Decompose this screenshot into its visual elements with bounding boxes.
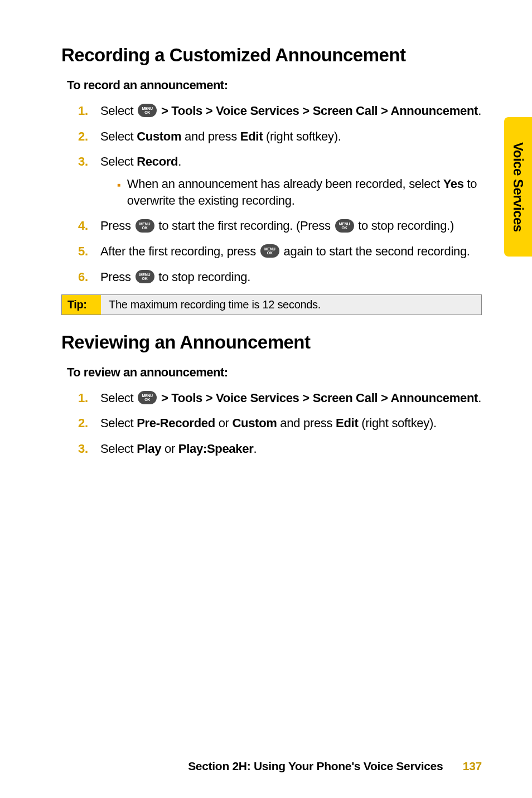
menu-path: > Tools > Voice Services > Screen Call >… [158,391,478,405]
step-body: Select Record. When an announcement has … [100,153,482,209]
menu-ok-icon: MENUOK [260,244,279,258]
kw: Edit [336,416,358,430]
text: . [478,391,481,405]
step-number: 3. [78,153,100,209]
text: . [253,442,257,456]
text: (right softkey). [263,129,341,143]
step-2-2: 2. Select Pre-Recorded or Custom and pre… [78,415,482,432]
text: Select [100,391,137,405]
tip-box: Tip: The maximum recording time is 12 se… [61,294,482,315]
step-number: 2. [78,415,100,432]
page-number: 137 [463,760,482,772]
steps-list-1: 1. Select MENUOK > Tools > Voice Service… [78,103,482,286]
step-body: Press MENUOK to stop recording. [100,269,482,286]
text: Select [100,129,137,143]
step-body: Select Pre-Recorded or Custom and press … [100,415,482,432]
kw: Pre-Recorded [137,416,215,430]
step-number: 1. [78,103,100,119]
kw: Edit [240,129,263,143]
page-content: Recording a Customized Announcement To r… [0,0,532,798]
step-body: Press MENUOK to start the first recordin… [100,217,482,234]
step-body: Select MENUOK > Tools > Voice Services >… [100,390,482,407]
text: to stop recording. [156,270,250,284]
text: When an announcement has already been re… [127,177,443,191]
step-body: After the first recording, press MENUOK … [100,243,482,260]
menu-icon-label: MENUOK [142,107,152,114]
text: . [478,104,481,118]
text: to start the first recording. (Press [156,219,334,233]
step-number: 3. [78,441,100,457]
text: Select [100,154,137,168]
menu-path: > Tools > Voice Services > Screen Call >… [158,104,478,118]
bullet-body: When an announcement has already been re… [127,176,482,209]
text: After the first recording, press [100,244,259,258]
tip-label: Tip: [62,295,101,315]
step-2-3: 3. Select Play or Play:Speaker. [78,441,482,457]
menu-ok-icon: MENUOK [136,219,154,233]
menu-icon-label: MENUOK [139,273,150,280]
text: Select [100,104,137,118]
menu-ok-icon: MENUOK [138,391,157,404]
text: or [215,416,233,430]
step-1-6: 6. Press MENUOK to stop recording. [78,269,482,286]
text: Press [100,270,134,284]
text: (right softkey). [358,416,436,430]
menu-icon-label: MENUOK [139,222,150,230]
step-2-1: 1. Select MENUOK > Tools > Voice Service… [78,390,482,407]
kw: Custom [232,416,277,430]
heading-reviewing: Reviewing an Announcement [61,332,482,353]
step-1-1: 1. Select MENUOK > Tools > Voice Service… [78,103,482,119]
page-footer: Section 2H: Using Your Phone's Voice Ser… [188,760,482,773]
step-number: 5. [78,243,100,260]
steps-list-2: 1. Select MENUOK > Tools > Voice Service… [78,390,482,457]
sub-bullet-list: When an announcement has already been re… [117,176,482,209]
text: Press [100,219,134,233]
subheading-review: To review an announcement: [67,365,482,380]
text: Select [100,442,137,456]
text: and press [277,416,336,430]
sub-bullet: When an announcement has already been re… [117,176,482,209]
step-1-2: 2. Select Custom and press Edit (right s… [78,128,482,145]
menu-icon-label: MENUOK [339,222,350,230]
step-1-5: 5. After the first recording, press MENU… [78,243,482,260]
text: and press [181,129,240,143]
kw: Play:Speaker [178,442,254,456]
kw: Custom [137,129,181,143]
menu-ok-icon: MENUOK [335,219,354,233]
step-number: 6. [78,269,100,286]
kw: Play [137,442,161,456]
menu-ok-icon: MENUOK [138,104,157,117]
footer-section-label: Section 2H: Using Your Phone's Voice Ser… [188,760,443,772]
step-number: 4. [78,217,100,234]
menu-ok-icon: MENUOK [136,270,154,283]
step-number: 1. [78,390,100,407]
step-body: Select Play or Play:Speaker. [100,441,482,457]
subheading-record: To record an announcement: [67,78,482,93]
step-1-4: 4. Press MENUOK to start the first recor… [78,217,482,234]
step-number: 2. [78,128,100,145]
menu-icon-label: MENUOK [264,247,275,255]
kw: Record [137,154,178,168]
kw: Yes [443,177,464,191]
heading-recording: Recording a Customized Announcement [61,45,482,66]
step-1-3: 3. Select Record. When an announcement h… [78,153,482,209]
step-body: Select Custom and press Edit (right soft… [100,128,482,145]
text: . [178,154,181,168]
text: to stop recording.) [355,219,454,233]
text: or [161,442,178,456]
text: Select [100,416,137,430]
step-body: Select MENUOK > Tools > Voice Services >… [100,103,482,119]
menu-icon-label: MENUOK [142,394,152,402]
text: again to start the second recording. [280,244,470,258]
tip-text: The maximum recording time is 12 seconds… [101,295,481,315]
